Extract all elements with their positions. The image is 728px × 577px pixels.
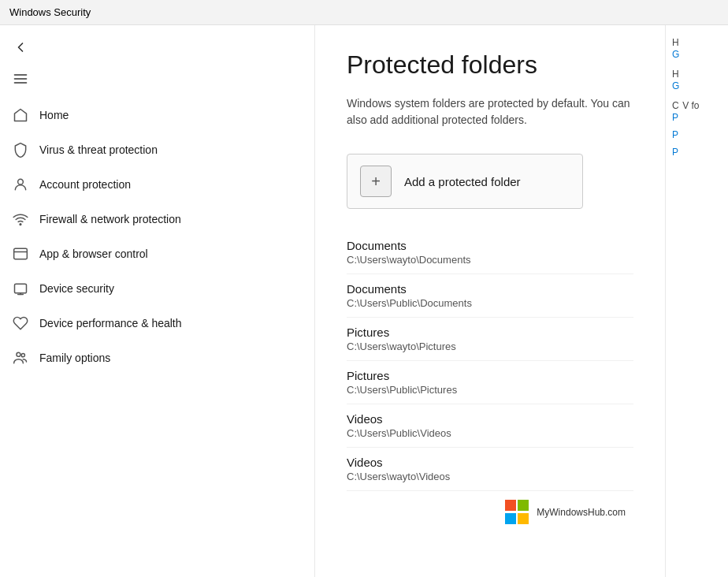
folder-name: Pictures <box>347 369 633 382</box>
right-panel-link-2[interactable]: G <box>672 80 722 91</box>
folder-path: C:\Users\Public\Pictures <box>347 384 633 396</box>
sidebar-item-account-label: Account protection <box>39 178 131 191</box>
watermark: MyWindowsHub.com <box>497 495 633 530</box>
shield-icon <box>13 142 28 158</box>
heart-icon <box>13 315 28 331</box>
folder-path: C:\Users\Public\Videos <box>347 427 633 439</box>
watermark-logo <box>505 500 530 525</box>
folder-name: Documents <box>347 239 633 252</box>
svg-point-10 <box>17 352 20 356</box>
folder-item: Videos C:\Users\wayto\Videos <box>347 448 633 491</box>
sidebar-item-home-label: Home <box>39 109 69 121</box>
sidebar-item-account[interactable]: Account protection <box>0 167 314 202</box>
svg-point-3 <box>18 179 24 184</box>
page-title: Protected folders <box>347 50 633 80</box>
folder-item: Pictures C:\Users\wayto\Pictures <box>347 318 633 361</box>
folder-path: C:\Users\wayto\Pictures <box>347 341 633 352</box>
add-icon: + <box>360 166 392 197</box>
folder-name: Videos <box>347 456 633 469</box>
main-container: Home Virus & threat protection Account p… <box>0 25 728 577</box>
browser-icon <box>13 246 28 262</box>
folder-name: Videos <box>347 412 633 426</box>
sidebar-item-device-security[interactable]: Device security <box>0 271 314 306</box>
app-title: Windows Security <box>9 6 91 18</box>
right-panel-text-3: C <box>672 100 679 111</box>
device-icon <box>13 281 28 296</box>
folder-item: Pictures C:\Users\Public\Pictures <box>347 361 633 404</box>
back-icon <box>13 39 28 55</box>
svg-point-11 <box>21 354 24 357</box>
folder-list: Documents C:\Users\wayto\Documents Docum… <box>347 231 633 491</box>
svg-point-4 <box>20 224 21 225</box>
main-content: Protected folders Windows system folders… <box>315 25 665 577</box>
right-panel-link-3[interactable]: P <box>672 112 722 123</box>
right-panel-link-1[interactable]: G <box>672 49 722 60</box>
sidebar-item-app-browser-label: App & browser control <box>39 248 148 260</box>
title-bar: Windows Security <box>0 0 728 25</box>
sidebar-item-app-browser[interactable]: App & browser control <box>0 236 314 271</box>
right-panel: H G H G C V fo P P P <box>665 25 728 577</box>
hamburger-icon <box>13 71 28 87</box>
family-icon <box>13 350 28 366</box>
folder-path: C:\Users\wayto\Documents <box>347 254 633 266</box>
folder-path: C:\Users\wayto\Videos <box>347 471 633 482</box>
folder-item: Documents C:\Users\wayto\Documents <box>347 231 633 274</box>
folder-name: Documents <box>347 282 633 296</box>
watermark-text: MyWindowsHub.com <box>537 507 626 518</box>
wifi-icon <box>13 211 28 227</box>
svg-rect-5 <box>14 248 28 259</box>
sidebar-item-home[interactable]: Home <box>0 98 314 132</box>
sidebar-item-device-security-label: Device security <box>39 282 114 295</box>
page-description: Windows system folders are protected by … <box>347 95 633 128</box>
add-folder-label: Add a protected folder <box>404 175 521 188</box>
add-folder-button[interactable]: + Add a protected folder <box>347 154 583 209</box>
sidebar-item-family[interactable]: Family options <box>0 341 314 375</box>
right-panel-text-1: H <box>672 37 679 48</box>
right-panel-link-5[interactable]: P <box>672 147 722 158</box>
hamburger-button[interactable] <box>0 63 314 95</box>
home-icon <box>13 107 28 123</box>
sidebar: Home Virus & threat protection Account p… <box>0 25 315 577</box>
folder-item: Documents C:\Users\Public\Documents <box>347 274 633 318</box>
svg-rect-7 <box>15 284 27 293</box>
folder-path: C:\Users\Public\Documents <box>347 297 633 309</box>
sidebar-item-firewall[interactable]: Firewall & network protection <box>0 202 314 236</box>
right-panel-text-2: H <box>672 69 679 80</box>
sidebar-item-virus-label: Virus & threat protection <box>39 143 158 156</box>
sidebar-item-virus[interactable]: Virus & threat protection <box>0 132 314 167</box>
sidebar-item-device-health-label: Device performance & health <box>39 317 182 329</box>
sidebar-item-firewall-label: Firewall & network protection <box>39 213 181 225</box>
folder-item: Videos C:\Users\Public\Videos <box>347 404 633 448</box>
right-panel-text-4: V fo <box>682 100 699 111</box>
folder-name: Pictures <box>347 326 633 339</box>
person-icon <box>13 177 28 192</box>
right-panel-link-4[interactable]: P <box>672 129 722 140</box>
sidebar-item-family-label: Family options <box>39 352 110 364</box>
sidebar-item-device-health[interactable]: Device performance & health <box>0 306 314 341</box>
back-button[interactable] <box>0 32 314 63</box>
